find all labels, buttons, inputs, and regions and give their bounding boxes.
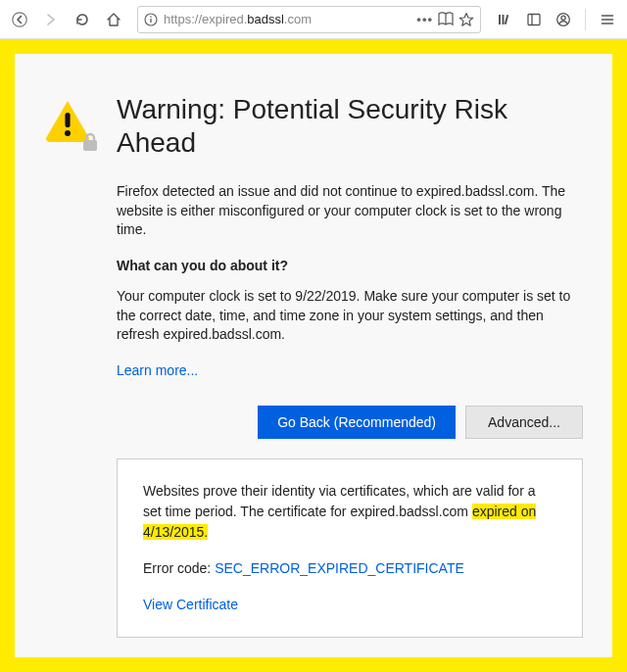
svg-point-16 [65, 130, 71, 136]
svg-rect-3 [150, 16, 151, 17]
menu-icon[interactable] [594, 6, 621, 33]
svg-point-11 [561, 16, 565, 20]
subhead: What can you do about it? [117, 258, 583, 273]
warning-icon [44, 93, 99, 638]
svg-rect-17 [83, 140, 97, 151]
intro-text: Firefox detected an issue and did not co… [117, 182, 583, 240]
error-code-line: Error code: SEC_ERROR_EXPIRED_CERTIFICAT… [143, 558, 556, 579]
page-actions-icon[interactable]: ••• [416, 12, 433, 26]
svg-rect-5 [499, 15, 501, 24]
home-button[interactable] [100, 6, 127, 33]
url-text: https://expired.badssl.com [164, 12, 312, 26]
reload-button[interactable] [69, 6, 96, 33]
sidebar-icon[interactable] [520, 6, 548, 33]
details-box: Websites prove their identity via certif… [117, 458, 583, 638]
bookmark-star-icon[interactable] [458, 12, 474, 27]
error-code-link[interactable]: SEC_ERROR_EXPIRED_CERTIFICATE [215, 560, 464, 576]
go-back-button[interactable]: Go Back (Recommended) [258, 406, 456, 439]
url-bar[interactable]: https://expired.badssl.com ••• [137, 6, 481, 33]
page-title: Warning: Potential Security Risk Ahead [117, 93, 583, 159]
cert-details-text: Websites prove their identity via certif… [143, 481, 556, 543]
clock-message: Your computer clock is set to 9/22/2019.… [117, 287, 583, 345]
back-button[interactable] [6, 6, 33, 33]
reader-mode-icon[interactable] [437, 12, 455, 27]
svg-rect-8 [528, 14, 540, 24]
button-row: Go Back (Recommended) Advanced... [117, 406, 583, 439]
advanced-button[interactable]: Advanced... [465, 406, 583, 439]
svg-rect-6 [503, 15, 505, 24]
svg-point-0 [13, 12, 26, 25]
forward-button[interactable] [37, 6, 65, 33]
view-certificate-link[interactable]: View Certificate [143, 597, 238, 612]
svg-rect-7 [505, 14, 508, 24]
learn-more-link[interactable]: Learn more... [117, 362, 198, 378]
lock-icon [81, 132, 99, 152]
warning-panel: Warning: Potential Security Risk Ahead F… [15, 54, 612, 657]
svg-rect-2 [150, 19, 151, 23]
library-icon[interactable] [491, 6, 518, 33]
info-icon[interactable] [144, 13, 158, 26]
svg-rect-15 [65, 113, 70, 127]
account-icon[interactable] [550, 6, 577, 33]
browser-toolbar: https://expired.badssl.com ••• [0, 0, 627, 39]
content-frame: Warning: Potential Security Risk Ahead F… [0, 39, 627, 672]
